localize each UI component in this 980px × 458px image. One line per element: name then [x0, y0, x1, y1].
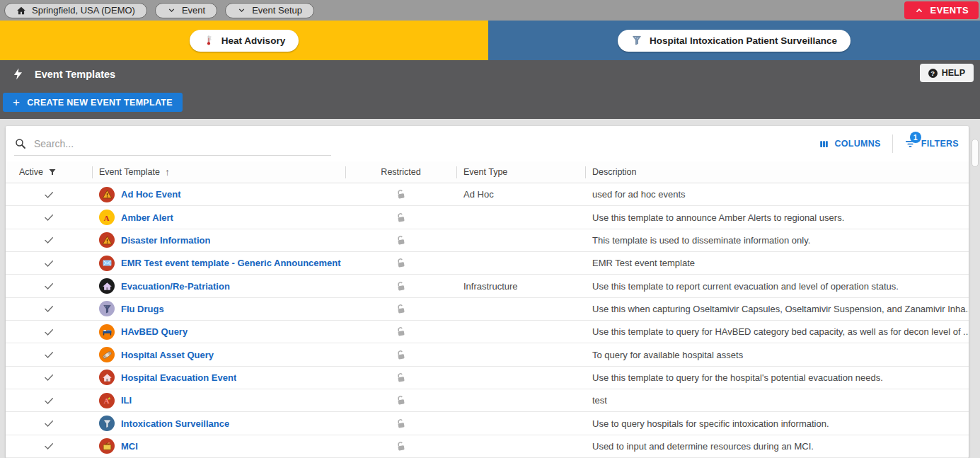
- template-link[interactable]: Hospital Evacuation Event: [121, 372, 236, 383]
- active-cell: [6, 349, 92, 360]
- active-cell: [6, 395, 92, 406]
- active-cell: [6, 326, 92, 338]
- top-navigation-bar: Springfield, USA (DEMO) Event Event Setu…: [0, 0, 980, 21]
- active-cell: [6, 280, 92, 292]
- event-setup-menu[interactable]: Event Setup: [225, 3, 314, 18]
- restricted-cell: [345, 348, 456, 362]
- check-icon: [43, 212, 54, 223]
- heat-advisory-button[interactable]: Heat Advisory: [190, 30, 299, 52]
- table-row: A ILI test: [6, 389, 969, 412]
- columns-icon: [819, 139, 829, 149]
- description-cell: test: [585, 395, 969, 406]
- column-label: Description: [592, 167, 637, 177]
- template-link[interactable]: Intoxication Surveillance: [121, 418, 229, 429]
- table-actions: COLUMNS 1 FILTERS: [819, 134, 959, 153]
- column-header-restricted[interactable]: Restricted: [345, 161, 456, 183]
- banner-label: Hospital Intoxication Patient Surveillan…: [650, 35, 837, 46]
- template-link[interactable]: Hospital Asset Query: [121, 350, 214, 360]
- table-row: Hospital Asset Query To query for availa…: [6, 343, 969, 366]
- bed-icon: [99, 324, 115, 340]
- check-icon: [43, 418, 54, 429]
- active-cell: [6, 303, 92, 314]
- location-label: Springfield, USA (DEMO): [32, 5, 135, 16]
- check-icon: [43, 349, 54, 360]
- restricted-cell: [345, 302, 456, 316]
- event-template-cell: A Amber Alert: [92, 210, 345, 225]
- active-cell: [6, 212, 92, 223]
- vertical-scrollbar-thumb[interactable]: [972, 139, 979, 167]
- create-new-event-template-button[interactable]: + CREATE NEW EVENT TEMPLATE: [3, 93, 183, 112]
- thermometer-icon: [203, 35, 214, 46]
- filters-button[interactable]: 1 FILTERS: [904, 138, 959, 150]
- restricted-cell: [345, 325, 456, 338]
- unlock-icon: [393, 232, 409, 248]
- check-icon: [43, 372, 54, 383]
- event-template-cell: HAvBED Query: [92, 324, 345, 340]
- column-header-active[interactable]: Active: [6, 161, 92, 183]
- event-menu[interactable]: Event: [155, 3, 217, 18]
- column-header-event-template[interactable]: Event Template ↑: [92, 161, 345, 183]
- location-pill[interactable]: Springfield, USA (DEMO): [4, 3, 147, 18]
- restricted-cell: [345, 417, 456, 430]
- template-link[interactable]: EMR Test event template - Generic Announ…: [121, 258, 341, 268]
- bandage-icon: [99, 347, 115, 362]
- unlock-icon: [393, 278, 409, 294]
- table-header: Active Event Template ↑ Restricted Event…: [6, 161, 969, 183]
- event-type-cell: Ad Hoc: [456, 189, 585, 200]
- active-event-banners: Heat Advisory Hospital Intoxication Pati…: [0, 21, 980, 60]
- template-link[interactable]: ILI: [121, 395, 132, 406]
- funnel-icon: [99, 301, 115, 316]
- ili-figure-icon: A: [99, 393, 115, 408]
- restricted-cell: [345, 280, 456, 293]
- active-cell: [6, 189, 92, 200]
- amber-alert-icon: A: [99, 210, 115, 225]
- event-type-cell: Infrastructure: [456, 281, 585, 292]
- search-input[interactable]: [34, 138, 331, 149]
- filter-funnel-icon: [48, 168, 57, 176]
- template-link[interactable]: Flu Drugs: [121, 304, 164, 314]
- restricted-cell: [345, 371, 456, 384]
- unlock-icon: [393, 370, 409, 386]
- help-button-label: HELP: [942, 68, 965, 78]
- description-cell: used for ad hoc events: [585, 189, 969, 200]
- column-header-event-type[interactable]: Event Type: [456, 161, 585, 183]
- unlock-icon: [393, 439, 409, 454]
- columns-button[interactable]: COLUMNS: [819, 139, 880, 149]
- envelope-icon: [99, 256, 115, 271]
- unlock-icon: [393, 393, 409, 408]
- description-cell: To query for available hospital assets: [585, 350, 969, 360]
- description-cell: Use this template to announce Amber Aler…: [585, 212, 969, 223]
- unlock-icon: [393, 347, 409, 362]
- template-link[interactable]: Amber Alert: [121, 212, 173, 223]
- help-button[interactable]: ? HELP: [920, 64, 974, 82]
- table-row: EMR Test event template - Generic Announ…: [6, 252, 969, 275]
- template-link[interactable]: Disaster Information: [121, 235, 210, 246]
- home-icon: [16, 6, 26, 16]
- description-cell: Use this template to query for the hospi…: [585, 372, 969, 383]
- check-icon: [43, 234, 54, 246]
- events-toggle-button[interactable]: EVENTS: [904, 1, 979, 19]
- event-template-cell: Flu Drugs: [92, 301, 345, 316]
- intoxication-surveillance-button[interactable]: Hospital Intoxication Patient Surveillan…: [618, 30, 851, 52]
- event-template-cell: Intoxication Surveillance: [92, 416, 345, 431]
- check-icon: [43, 326, 54, 338]
- template-link[interactable]: Ad Hoc Event: [121, 189, 181, 200]
- sort-ascending-icon: ↑: [165, 166, 170, 178]
- description-cell: Used to input and determine resources du…: [585, 441, 969, 452]
- page-header: Event Templates ? HELP + CREATE NEW EVEN…: [0, 60, 980, 119]
- warning-triangle-icon: [99, 187, 115, 202]
- filters-button-label: FILTERS: [921, 139, 959, 149]
- vertical-divider: [892, 134, 893, 153]
- column-header-description[interactable]: Description: [585, 161, 969, 183]
- house-icon: [99, 278, 115, 294]
- template-link[interactable]: Evacuation/Re-Patriation: [121, 281, 230, 292]
- column-label: Event Type: [463, 167, 507, 177]
- table-row: Disaster Information This template is us…: [6, 229, 969, 252]
- restricted-cell: [345, 188, 456, 201]
- search-icon: [14, 137, 27, 150]
- template-link[interactable]: MCI: [121, 441, 138, 452]
- table-row: A Amber Alert Use this template to annou…: [6, 206, 969, 229]
- template-link[interactable]: HAvBED Query: [121, 326, 188, 337]
- description-cell: Use this when capturing Oseltamivir Caps…: [585, 304, 969, 314]
- description-cell: Use to query hospitals for specific into…: [585, 418, 969, 429]
